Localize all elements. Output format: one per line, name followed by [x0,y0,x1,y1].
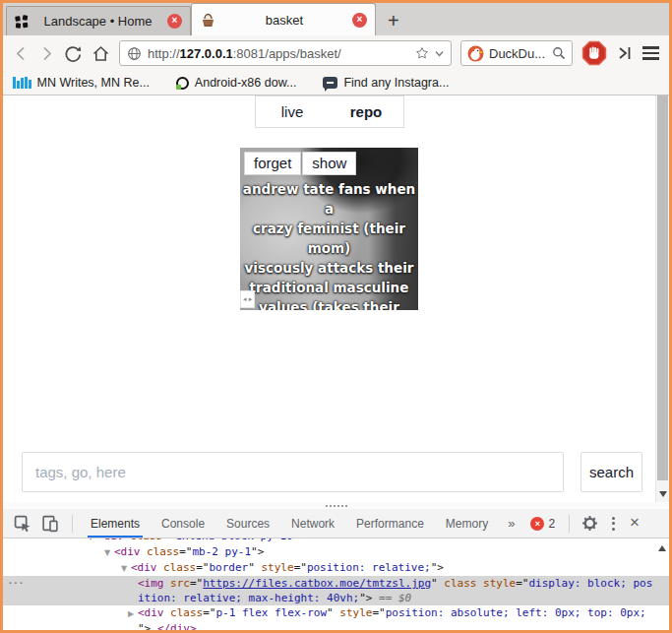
drag-dots-icon [325,504,348,508]
magnifier-icon[interactable] [552,46,566,60]
tab-elements[interactable]: Elements [80,509,151,538]
new-tab-button[interactable]: + [388,11,399,31]
devtools-resize-handle[interactable] [3,502,669,509]
devtools-settings-gear-icon[interactable] [577,515,603,532]
home-icon[interactable] [92,44,110,63]
error-icon: × [530,517,544,531]
bookmark-label: Android-x86 dow... [195,76,297,90]
device-toolbar-icon[interactable] [35,515,65,533]
browser-tab-basket[interactable]: basket × [191,3,376,35]
close-tab-icon[interactable]: × [167,14,182,29]
error-badge[interactable]: × 2 [530,517,555,531]
devtools-close-icon[interactable]: × [624,514,645,533]
back-icon[interactable] [13,45,30,62]
image-action-buttons: forget show [244,152,356,175]
open-sidebar-icon[interactable] [616,44,634,62]
live-tab[interactable]: live [256,96,330,127]
devtools-code-line[interactable]: ···<img src="https://files.catbox.moe/tm… [3,576,669,591]
soundwave-icon [13,77,31,89]
bookmark-star-icon[interactable] [415,46,429,60]
tab-title: Landscape • Home [35,14,160,29]
bookmark-label: Find any Instagra... [343,76,449,90]
meme-caption: andrew tate fans when a crazy feminist (… [240,179,418,310]
reload-icon[interactable] [64,44,83,63]
duckduckgo-icon [467,45,484,62]
search-button[interactable]: search [580,452,642,492]
tab-memory[interactable]: Memory [435,509,499,538]
search-engine-label: DuckDu... [489,46,547,61]
address-bar[interactable]: http://127.0.0.1:8081/apps/basket/ [119,40,452,66]
basket-favicon-icon [200,12,216,29]
speech-bubble-icon [323,77,337,89]
page-content: live repo andrew tate fans when a crazy … [3,95,669,502]
browser-tab-bar: Landscape • Home × basket × + [3,3,669,35]
landscape-favicon-icon [15,15,29,29]
tab-console[interactable]: Console [151,509,215,538]
devtools-code: ▼<div class="extend block py-10">▼<div c… [3,538,669,630]
devtools-code-line[interactable]: ▶<div class="p-1 flex flex-row" style="p… [3,605,669,621]
devtools-code-line[interactable]: ▼<div class="border" style="position: re… [3,560,669,576]
separator [72,515,73,533]
tags-search-input[interactable] [22,452,564,492]
site-info-globe-icon[interactable] [127,46,142,61]
forward-icon[interactable] [38,45,55,62]
separator [569,515,570,533]
node-more-actions-icon[interactable]: ··· [7,576,24,591]
repo-tab[interactable]: repo [330,96,403,127]
tab-sources[interactable]: Sources [215,509,280,538]
devtools-code-line[interactable]: ▼<div class="mb-2 py-1"> [3,544,669,560]
more-tabs-icon[interactable]: » [499,516,523,531]
page-scrollbar[interactable] [655,95,669,502]
devtools-code-line[interactable]: ition: relative; max-height: 40vh;"> == … [3,591,669,605]
devtools-code-line[interactable]: ">…</div> [3,621,669,630]
bookmark-instagram-finder[interactable]: Find any Instagra... [323,76,449,90]
bookmark-label: MN Writes, MN Re... [37,76,150,90]
tag-search-row: search [3,452,655,492]
show-button[interactable]: show [302,152,356,175]
bookmark-mn-writes[interactable]: MN Writes, MN Re... [13,76,150,90]
adblock-stop-hand-icon[interactable] [581,40,607,66]
bookmarks-bar: MN Writes, MN Re... Android-x86 dow... F… [3,71,669,95]
android-x86-ring-icon [176,77,189,90]
live-repo-switch: live repo [255,95,404,128]
close-tab-icon[interactable]: × [352,13,367,28]
scroll-down-arrow-icon[interactable] [659,491,667,497]
web-search-box[interactable]: DuckDu... [460,40,573,66]
error-count: 2 [548,517,555,531]
url-text[interactable]: http://127.0.0.1:8081/apps/basket/ [148,46,409,61]
browser-window: Landscape • Home × basket × + [0,0,672,633]
tab-network[interactable]: Network [280,509,345,538]
browser-tab-landscape-home[interactable]: Landscape • Home × [6,6,191,35]
scrollbar-thumb[interactable] [657,95,668,480]
inspect-element-icon[interactable] [10,515,35,533]
menu-hamburger-icon[interactable] [642,46,659,60]
devtools-menu-kebab-icon[interactable] [603,517,624,531]
tab-performance[interactable]: Performance [345,509,435,538]
image-pager-arrows[interactable]: ◂ ▸ [240,290,255,308]
devtools-tabs: Elements Console Sources Network Perform… [80,509,499,538]
navigation-toolbar: http://127.0.0.1:8081/apps/basket/ DuckD… [3,35,669,71]
url-dropdown-icon[interactable] [435,50,444,57]
devtools-toolbar: Elements Console Sources Network Perform… [3,509,669,538]
bookmark-android-x86[interactable]: Android-x86 dow... [176,76,297,90]
tab-title: basket [223,13,345,28]
forget-button[interactable]: forget [244,152,301,175]
meme-image[interactable]: andrew tate fans when a crazy feminist (… [240,148,418,310]
